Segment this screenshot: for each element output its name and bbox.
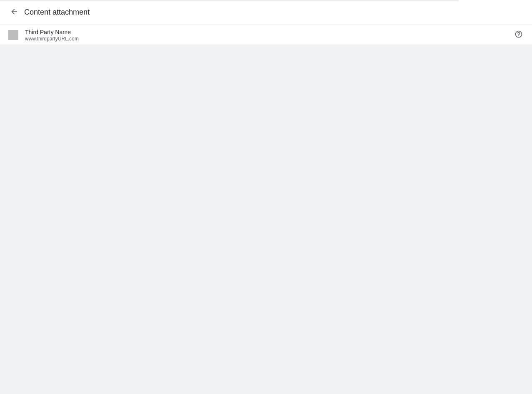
back-button[interactable] xyxy=(9,8,19,18)
third-party-header: Third Party Name www.thirdpartyURL.com xyxy=(0,25,532,45)
help-button[interactable] xyxy=(514,30,524,40)
third-party-info: Third Party Name www.thirdpartyURL.com xyxy=(25,28,79,42)
content-area xyxy=(0,45,532,394)
page-title: Content attachment xyxy=(24,8,90,17)
help-icon xyxy=(514,30,523,40)
third-party-url: www.thirdpartyURL.com xyxy=(25,36,79,42)
arrow-left-icon xyxy=(10,8,18,18)
titlebar: Content attachment xyxy=(0,0,532,25)
third-party-name: Third Party Name xyxy=(25,28,79,36)
third-party-logo-placeholder xyxy=(8,30,18,40)
